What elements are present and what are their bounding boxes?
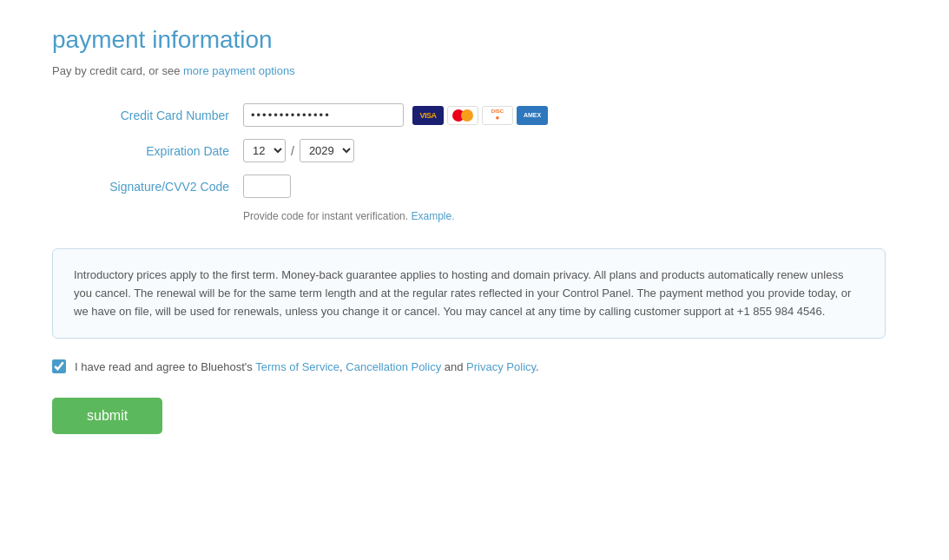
payment-form: Credit Card Number VISA DISC● AMEX Expir… [52,103,897,222]
mastercard-icon [447,106,478,125]
cc-number-input[interactable] [243,103,404,127]
info-box-text: Introductory prices apply to the first t… [74,267,864,320]
expiry-year-select[interactable]: 2024 2025 2026 2027 2028 2029 2030 2031 … [300,139,354,162]
cvv-input[interactable] [243,175,291,198]
cvv-wrap [243,175,291,198]
privacy-policy-link[interactable]: Privacy Policy [466,360,536,373]
cancellation-policy-link[interactable]: Cancellation Policy [346,360,441,373]
expiry-label: Expiration Date [52,144,243,158]
cvv-help-text: Provide code for instant verification. E… [243,210,897,222]
tos-link[interactable]: Terms of Service [255,360,339,373]
subtitle: Pay by credit card, or see more payment … [52,64,897,77]
expiry-separator: / [291,144,294,158]
cvv-row: Signature/CVV2 Code [52,175,897,198]
visa-icon: VISA [412,106,444,125]
cc-number-label: Credit Card Number [52,109,243,122]
agree-text: I have read and agree to Bluehost's Term… [75,360,539,373]
expiry-wrap: 01 02 03 04 05 06 07 08 09 10 11 12 / 20… [243,139,354,162]
info-box: Introductory prices apply to the first t… [52,248,886,339]
more-payment-options-link[interactable]: more payment options [183,64,295,77]
cc-number-row: Credit Card Number VISA DISC● AMEX [52,103,897,127]
submit-button[interactable]: submit [52,398,162,434]
expiry-month-select[interactable]: 01 02 03 04 05 06 07 08 09 10 11 12 [243,139,286,162]
agree-row: I have read and agree to Bluehost's Term… [52,359,897,373]
cvv-label: Signature/CVV2 Code [52,180,243,194]
discover-icon: DISC● [482,106,513,125]
cc-number-wrap: VISA DISC● AMEX [243,103,548,127]
amex-icon: AMEX [517,106,548,125]
cvv-example-link[interactable]: Example. [411,210,454,222]
cc-icons-group: VISA DISC● AMEX [412,106,548,125]
page-title: payment information [52,26,897,54]
agree-checkbox[interactable] [52,359,66,373]
expiry-row: Expiration Date 01 02 03 04 05 06 07 08 … [52,139,897,162]
